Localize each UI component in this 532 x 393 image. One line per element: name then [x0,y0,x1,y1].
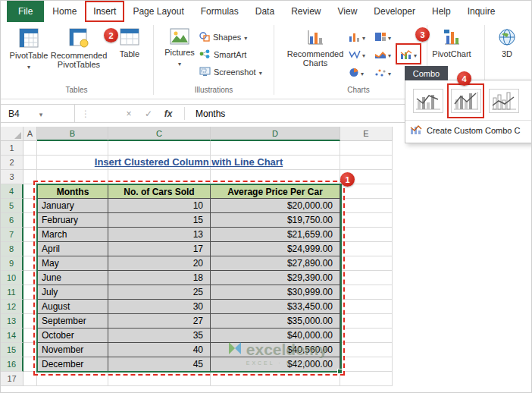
cell-C1[interactable] [108,141,211,156]
row-header-9[interactable]: 9 [1,256,23,271]
cell-E5[interactable] [340,199,393,213]
cell-E2[interactable] [340,156,393,170]
cell-B8[interactable]: April [37,242,108,256]
cell-E13[interactable] [340,314,393,329]
insert-stock-chart-button[interactable] [346,46,368,62]
row-header-14[interactable]: 14 [1,329,23,343]
cell-A14[interactable] [23,329,37,343]
row-header-8[interactable]: 8 [1,242,23,256]
cell-D8[interactable]: $24,999.00 [211,242,340,256]
tab-page-layout[interactable]: Page Layout [124,1,192,22]
cell-D16[interactable]: $42,000.00 [211,357,340,372]
cell-C16[interactable]: 45 [108,357,211,372]
cell-E1[interactable] [340,141,393,156]
combo-option-stacked-area-clustered-column[interactable] [486,84,521,118]
cell-A8[interactable] [23,242,37,256]
cell-D3[interactable] [211,170,340,184]
select-all-button[interactable] [1,127,23,141]
recommended-pivottables-button[interactable]: RecommendedPivotTables [49,28,108,69]
row-header-5[interactable]: 5 [1,199,23,213]
cell-D5[interactable]: $20,000.00 [211,199,340,213]
3d-map-button[interactable]: 3D [489,28,525,58]
cell-E15[interactable] [340,343,393,357]
combo-option-clustered-column-line[interactable] [410,84,446,118]
cancel-icon[interactable]: × [119,108,139,119]
cell-B14[interactable]: October [37,329,108,343]
row-header-13[interactable]: 13 [1,314,23,329]
insert-column-chart-button[interactable] [346,28,368,45]
column-header-D[interactable]: D [211,127,340,141]
row-header-12[interactable]: 12 [1,300,23,314]
tab-insert[interactable]: Insert [85,1,124,22]
cell-E7[interactable] [340,228,393,242]
tab-data[interactable]: Data [247,1,283,22]
tab-developer[interactable]: Developer [365,1,424,22]
pictures-button[interactable]: Pictures [160,28,199,68]
cell-C9[interactable]: 20 [108,256,211,271]
cell-B1[interactable] [37,141,108,156]
cell-C7[interactable]: 13 [108,228,211,242]
insert-combo-chart-button[interactable] [398,46,419,62]
cell-B15[interactable]: November [37,343,108,357]
cell-C10[interactable]: 18 [108,271,211,285]
screenshot-button[interactable]: Screenshot [199,64,262,80]
cell-A2[interactable] [23,156,37,170]
row-header-7[interactable]: 7 [1,228,23,242]
column-header-B[interactable]: B [37,127,108,141]
cell-A13[interactable] [23,314,37,329]
shapes-button[interactable]: Shapes [199,30,247,45]
tab-review[interactable]: Review [283,1,329,22]
cell-A17[interactable] [23,372,37,386]
cell-C5[interactable]: 10 [108,199,211,213]
column-header-C[interactable]: C [108,127,211,141]
insert-hierarchy-chart-button[interactable] [372,28,393,45]
row-header-16[interactable]: 16 [1,357,23,372]
cell-C13[interactable]: 27 [108,314,211,329]
worksheet-title[interactable]: Insert Clustered Column with Line Chart [37,156,340,170]
cell-D14[interactable]: $40,000.00 [211,329,340,343]
cell-B9[interactable]: May [37,256,108,271]
cell-D11[interactable]: $30,999.00 [211,285,340,300]
cell-B5[interactable]: January [37,199,108,213]
cell-D10[interactable]: $29,390.00 [211,271,340,285]
cell-B13[interactable]: September [37,314,108,329]
cell-E6[interactable] [340,213,393,228]
cell-B3[interactable] [37,170,108,184]
insert-pie-chart-button[interactable] [346,64,366,80]
cell-C4[interactable]: No. of Cars Sold [108,184,211,199]
tab-view[interactable]: View [330,1,366,22]
cell-C14[interactable]: 35 [108,329,211,343]
pivottable-button[interactable]: PivotTable [8,28,49,71]
cell-D12[interactable]: $33,450.00 [211,300,340,314]
insert-area-chart-button[interactable] [372,46,393,62]
tab-home[interactable]: Home [44,1,85,22]
cell-E10[interactable] [340,271,393,285]
cell-D13[interactable]: $35,000.00 [211,314,340,329]
cell-C8[interactable]: 17 [108,242,211,256]
cell-D9[interactable]: $27,890.00 [211,256,340,271]
cell-D7[interactable]: $21,659.00 [211,228,340,242]
cell-B6[interactable]: February [37,213,108,228]
tab-formulas[interactable]: Formulas [192,1,247,22]
cell-E11[interactable] [340,285,393,300]
create-custom-combo-item[interactable]: Create Custom Combo C [405,120,531,140]
formula-input[interactable]: Months [191,108,225,119]
row-header-17[interactable]: 17 [1,372,23,386]
cell-D4[interactable]: Average Price Per Car [211,184,340,199]
row-header-4[interactable]: 4 [1,184,23,199]
cell-B11[interactable]: July [37,285,108,300]
smartart-button[interactable]: SmartArt [199,47,246,62]
cell-A12[interactable] [23,300,37,314]
name-box[interactable]: B4 [1,105,75,122]
cell-D1[interactable] [211,141,340,156]
cell-E14[interactable] [340,329,393,343]
cell-A16[interactable] [23,357,37,372]
column-header-E[interactable]: E [340,127,393,141]
row-header-10[interactable]: 10 [1,271,23,285]
row-header-11[interactable]: 11 [1,285,23,300]
cell-A6[interactable] [23,213,37,228]
row-header-2[interactable]: 2 [1,156,23,170]
cell-C12[interactable]: 30 [108,300,211,314]
cell-A7[interactable] [23,228,37,242]
row-header-1[interactable]: 1 [1,141,23,156]
